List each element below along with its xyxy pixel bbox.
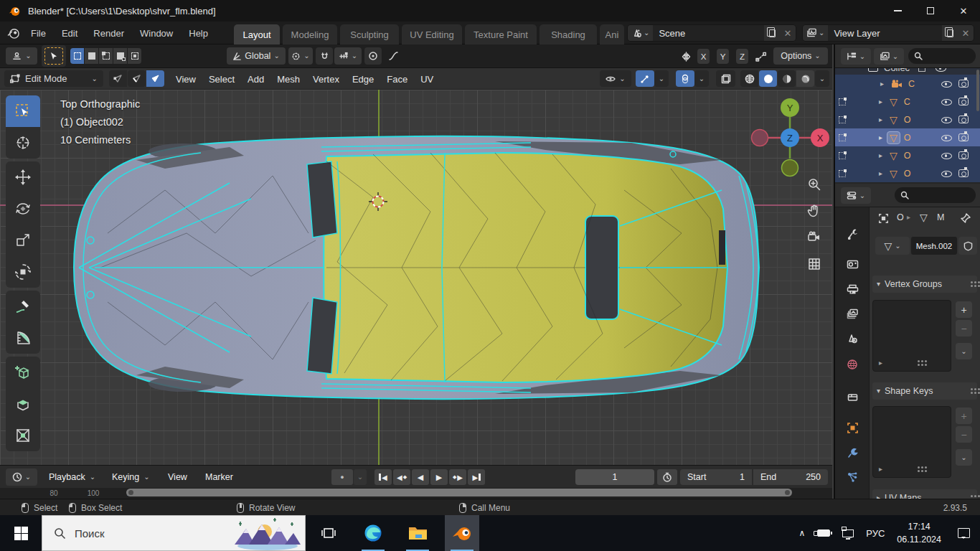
mirror-y-button[interactable]: Y [717, 49, 729, 64]
tab-layout[interactable]: Layout [234, 24, 280, 44]
taskbar-edge[interactable] [356, 515, 390, 551]
tool-scale[interactable] [6, 225, 40, 256]
battery-icon[interactable] [817, 529, 830, 537]
playback-menu[interactable]: Playback⌄ [44, 469, 100, 485]
visibility-dropdown[interactable]: ⌄ [600, 70, 631, 87]
mesh-crumb-icon[interactable]: ▽ [920, 212, 928, 222]
view-layer-name[interactable]: View Layer [828, 28, 942, 39]
tab-texture-paint[interactable]: Texture Paint [465, 24, 537, 44]
blender-menu-logo-icon[interactable] [7, 28, 20, 39]
outliner-row-mesh[interactable]: ▸ ▽ O [835, 110, 980, 128]
scene-copy-button[interactable] [764, 25, 780, 41]
current-frame-field[interactable]: 1 [575, 469, 654, 485]
shape-key-specials-dropdown[interactable]: ⌄ [956, 449, 972, 466]
active-tool-dropdown[interactable]: ⌄ [6, 47, 37, 65]
taskbar-clock[interactable]: 17:14 06.11.2024 [897, 520, 941, 546]
checkbox-icon[interactable] [918, 68, 925, 72]
timeline-ruler[interactable]: 80 100 120 140 [0, 488, 832, 499]
proportional-falloff-icon[interactable] [385, 47, 402, 65]
tool-inset-faces[interactable] [6, 420, 40, 451]
start-button[interactable] [0, 515, 42, 551]
shape-keys-header[interactable]: ▾ Shape Keys [872, 382, 977, 400]
play-reverse-button[interactable]: ◀ [412, 469, 429, 485]
gizmo-dropdown[interactable]: ⌄ [654, 70, 669, 87]
tab-collection-props[interactable] [840, 385, 864, 407]
pan-hand-button[interactable] [804, 200, 825, 222]
language-indicator[interactable]: РУС [866, 528, 885, 539]
menu-help[interactable]: Help [181, 22, 216, 44]
jump-to-end-button[interactable]: ▶ [468, 469, 485, 485]
tray-chevron-icon[interactable]: ∧ [799, 528, 806, 538]
eye-icon[interactable] [941, 151, 951, 160]
select-mode-extend-button[interactable] [85, 48, 98, 64]
tool-rotate[interactable] [6, 193, 40, 225]
mesh-crumb-label[interactable]: M [937, 212, 944, 222]
solid-shading-button[interactable] [759, 70, 777, 87]
tab-scene[interactable] [840, 327, 864, 349]
scene-name[interactable]: Scene [653, 28, 764, 39]
timeline-view-menu[interactable]: View [164, 469, 192, 485]
task-view-button[interactable] [311, 515, 346, 551]
timeline-scrollbar[interactable] [126, 489, 792, 496]
grip-icon[interactable] [918, 466, 920, 468]
camera-visibility-icon[interactable] [958, 151, 969, 159]
vertex-group-specials-dropdown[interactable]: ⌄ [956, 343, 972, 359]
vertex-groups-header[interactable]: ▾ Vertex Groups [872, 276, 977, 293]
eye-icon[interactable] [941, 115, 951, 124]
properties-search-input[interactable] [895, 187, 976, 203]
show-gizmo-button[interactable] [636, 70, 654, 87]
eye-icon[interactable] [941, 133, 951, 142]
vertex-group-remove-button[interactable]: − [956, 320, 972, 336]
tab-modifiers[interactable] [840, 442, 864, 463]
mesh-name-field[interactable]: Mesh.002 [911, 237, 957, 255]
previous-keyframe-button[interactable]: ◀◆ [393, 469, 410, 485]
navigation-gizmo[interactable]: Y X Z [746, 94, 832, 182]
mirror-x-button[interactable]: X [697, 49, 710, 64]
menu-uv[interactable]: UV [414, 68, 440, 90]
taskbar-file-explorer[interactable] [400, 515, 435, 551]
close-button[interactable]: ✕ [947, 0, 980, 22]
outliner-search-input[interactable] [908, 48, 976, 64]
marker-menu[interactable]: Marker [201, 469, 237, 485]
shape-keys-list[interactable]: ▸ [872, 406, 951, 478]
timeline-editor-type-dropdown[interactable]: ⌄ [6, 468, 37, 486]
menu-select[interactable]: Select [202, 68, 241, 90]
shape-key-add-button[interactable]: + [956, 408, 972, 424]
frame-end-field[interactable]: End250 [753, 469, 828, 485]
view-layer-remove-button[interactable]: ✕ [958, 25, 974, 41]
scene-unlink-button[interactable]: ✕ [780, 25, 796, 41]
action-center-icon[interactable] [958, 528, 970, 538]
show-overlays-button[interactable] [676, 70, 694, 87]
properties-editor-type-dropdown[interactable]: ⌄ [841, 187, 871, 204]
tab-uv-editing[interactable]: UV Editing [402, 24, 462, 44]
minimize-button[interactable] [881, 0, 914, 22]
tab-animation[interactable]: Ani [600, 24, 624, 44]
tab-physics[interactable] [840, 466, 864, 488]
transform-orientation-dropdown[interactable]: Global ⌄ [227, 47, 286, 65]
proportional-editing-button[interactable] [364, 47, 382, 65]
shape-key-remove-button[interactable]: − [956, 426, 972, 443]
keying-set-dropdown[interactable]: ⌄ [354, 469, 367, 485]
expand-icon[interactable]: ▸ [879, 466, 882, 473]
menu-edit[interactable]: Edit [54, 22, 85, 44]
options-dropdown[interactable]: Options ⌄ [773, 47, 828, 65]
eye-icon[interactable] [941, 79, 951, 88]
tab-output[interactable] [840, 278, 864, 300]
material-shading-button[interactable] [778, 70, 796, 87]
tool-annotate[interactable] [6, 291, 40, 322]
eye-icon[interactable] [941, 169, 951, 178]
expand-icon[interactable]: ▸ [880, 80, 884, 88]
grip-icon[interactable] [918, 360, 920, 362]
taskbar-search[interactable]: Поиск [42, 515, 306, 551]
tab-shading[interactable]: Shading [540, 24, 597, 44]
camera-visibility-icon[interactable] [958, 133, 969, 141]
zoom-button[interactable] [804, 174, 825, 195]
expand-icon[interactable]: ▸ [879, 116, 882, 123]
snap-with-dropdown[interactable]: ⌄ [334, 47, 362, 65]
active-tool-button[interactable] [42, 45, 66, 67]
tool-measure[interactable] [6, 322, 40, 354]
tab-modeling[interactable]: Modeling [283, 24, 337, 44]
fake-user-shield-button[interactable] [958, 237, 977, 255]
menu-view[interactable]: View [169, 68, 202, 90]
tab-view-layer[interactable] [840, 303, 864, 324]
